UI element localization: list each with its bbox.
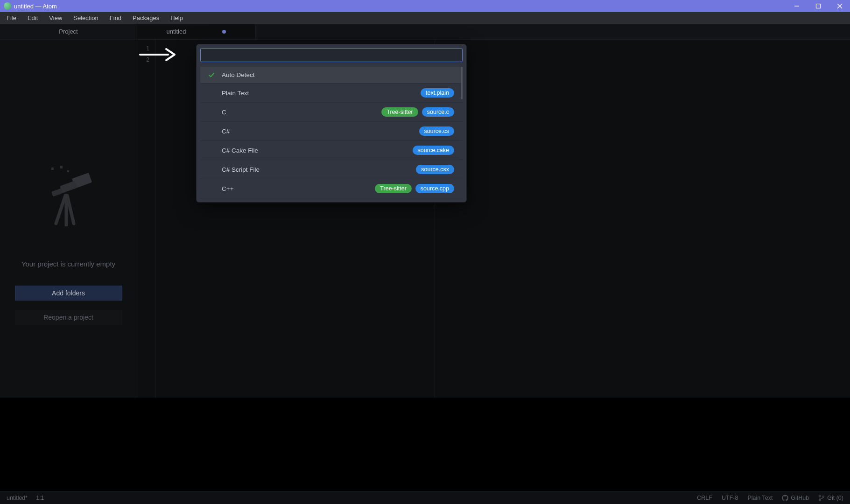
grammar-option[interactable]: C# Cake Filesource.cake [200, 141, 463, 160]
telescope-icon [43, 166, 94, 228]
menu-edit[interactable]: Edit [23, 14, 42, 22]
grammar-option[interactable]: C#source.cs [200, 122, 463, 141]
scope-badge: source.cake [413, 146, 454, 155]
svg-rect-5 [60, 181, 77, 193]
status-grammar[interactable]: Plain Text [747, 495, 773, 501]
window-maximize-button[interactable] [812, 3, 825, 9]
grammar-option[interactable]: Auto Detect [200, 67, 463, 84]
menu-bar: File Edit View Selection Find Packages H… [0, 12, 850, 24]
palette-scrollbar[interactable] [461, 67, 463, 99]
minimize-icon [794, 3, 800, 9]
menu-view[interactable]: View [44, 14, 67, 22]
scope-badge: source.c [422, 107, 454, 117]
bottom-dock-area [0, 398, 850, 491]
grammar-selector-palette: Auto DetectPlain Texttext.plainCTree-sit… [196, 44, 467, 203]
scope-badge: text.plain [421, 88, 454, 98]
editor-tab-untitled[interactable]: untitled [137, 24, 256, 39]
editor-tab-bar: untitled [137, 24, 850, 40]
svg-rect-9 [67, 170, 69, 172]
svg-point-12 [822, 496, 824, 497]
grammar-list[interactable]: Auto DetectPlain Texttext.plainCTree-sit… [200, 67, 463, 198]
grammar-option[interactable]: C# Script Filesource.csx [200, 160, 463, 179]
add-folders-button[interactable]: Add folders [15, 286, 122, 301]
scope-badge: source.cs [419, 126, 455, 136]
scope-badge: source.csx [416, 165, 454, 174]
svg-point-10 [819, 495, 821, 497]
editor-tab-title: untitled [167, 28, 186, 35]
menu-file[interactable]: File [2, 14, 21, 22]
menu-help[interactable]: Help [166, 14, 188, 22]
check-icon [207, 72, 216, 78]
window-titlebar: untitled — Atom [0, 0, 850, 12]
menu-find[interactable]: Find [105, 14, 126, 22]
status-git[interactable]: Git (0) [818, 495, 843, 501]
scope-badge: source.cpp [415, 184, 454, 193]
modified-dot-icon [222, 30, 226, 34]
svg-point-11 [819, 499, 821, 501]
empty-project-text: Your project is currently empty [21, 260, 115, 268]
status-file-name[interactable]: untitled* [7, 495, 28, 501]
sidebar-tab-project[interactable]: Project [0, 24, 137, 40]
svg-rect-8 [60, 166, 63, 168]
grammar-label: Auto Detect [222, 71, 255, 78]
svg-rect-1 [816, 4, 821, 8]
grammar-label: C [222, 109, 226, 116]
maximize-icon [815, 3, 821, 9]
status-bar: untitled* 1:1 CRLF UTF-8 Plain Text GitH… [0, 491, 850, 504]
menu-selection[interactable]: Selection [69, 14, 103, 22]
close-icon [837, 3, 843, 9]
status-github[interactable]: GitHub [782, 495, 809, 501]
status-eol[interactable]: CRLF [697, 495, 712, 501]
svg-rect-6 [51, 188, 63, 196]
svg-rect-7 [51, 168, 54, 170]
annotation-arrow-icon [139, 47, 176, 64]
github-icon [782, 495, 788, 501]
tree-sitter-badge: Tree-sitter [375, 184, 412, 193]
status-encoding[interactable]: UTF-8 [722, 495, 738, 501]
status-git-label: Git (0) [827, 495, 843, 501]
reopen-project-button[interactable]: Reopen a project [15, 310, 122, 325]
window-minimize-button[interactable] [790, 3, 803, 9]
window-close-button[interactable] [833, 3, 846, 9]
grammar-option[interactable]: C++Tree-sittersource.cpp [200, 179, 463, 198]
grammar-option[interactable]: Plain Texttext.plain [200, 84, 463, 103]
git-branch-icon [818, 495, 825, 501]
grammar-option[interactable]: CTree-sittersource.c [200, 103, 463, 122]
tree-sitter-badge: Tree-sitter [381, 107, 418, 117]
menu-packages[interactable]: Packages [128, 14, 164, 22]
window-title: untitled — Atom [14, 3, 57, 10]
grammar-label: Plain Text [222, 90, 249, 97]
atom-logo-icon [4, 2, 11, 10]
grammar-label: C++ [222, 185, 234, 192]
grammar-label: C# [222, 128, 230, 135]
status-github-label: GitHub [791, 495, 809, 501]
grammar-search-input[interactable] [200, 48, 463, 62]
grammar-label: C# Script File [222, 166, 260, 173]
grammar-label: C# Cake File [222, 147, 258, 154]
status-cursor-position[interactable]: 1:1 [36, 495, 44, 501]
